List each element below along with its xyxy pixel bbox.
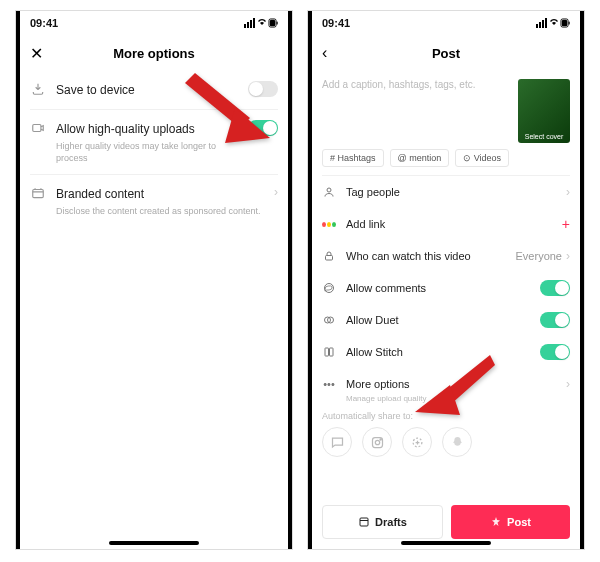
row-add-link[interactable]: Add link + [322,208,570,240]
row-allow-stitch[interactable]: Allow Stitch [322,336,570,368]
svg-rect-5 [270,20,275,26]
download-icon [30,81,46,97]
more-icon: ••• [322,377,336,391]
caption-field[interactable]: Add a caption, hashtags, tags, etc. [322,79,510,143]
duet-toggle[interactable] [540,312,570,328]
row-who-can-watch[interactable]: Who can watch this video Everyone › [322,240,570,272]
chips-row: # Hashtags @ mention ⊙ Videos [322,149,570,175]
svg-rect-1 [247,22,249,28]
share-target-icon[interactable] [402,427,432,457]
link-label: Add link [346,218,552,230]
svg-rect-6 [277,22,278,25]
who-value: Everyone [516,250,562,262]
svg-rect-9 [536,24,538,28]
status-icons [536,18,570,28]
comment-icon [322,281,336,295]
chevron-right-icon: › [566,249,570,263]
cover-label: Select cover [525,133,564,143]
svg-rect-17 [326,256,333,261]
share-snapchat-icon[interactable] [442,427,472,457]
screen-post: 09:41 ‹ Post Add a caption, hashtags, ta… [307,10,585,550]
row-tag-people[interactable]: Tag people › [322,176,570,208]
svg-rect-7 [33,125,41,132]
status-icons [244,18,278,28]
more-label: More options [346,378,556,390]
drafts-label: Drafts [375,516,407,528]
branded-icon [30,185,46,201]
person-icon [322,185,336,199]
status-time: 09:41 [30,17,58,29]
svg-rect-14 [562,20,567,26]
save-label: Save to device [56,81,238,99]
video-quality-icon [30,120,46,136]
chip-mention[interactable]: @ mention [390,149,450,167]
row-branded-content[interactable]: Branded content Disclose the content cre… [30,175,278,227]
hq-toggle[interactable] [248,120,278,136]
device-frame [580,11,584,550]
svg-rect-3 [253,18,255,28]
cover-thumbnail[interactable]: Select cover [518,79,570,143]
back-icon[interactable]: ‹ [322,44,327,62]
post-label: Post [507,516,531,528]
chevron-right-icon: › [566,185,570,199]
chip-videos[interactable]: ⊙ Videos [455,149,509,167]
svg-rect-8 [33,190,44,198]
share-message-icon[interactable] [322,427,352,457]
navbar: ‹ Post [308,35,584,71]
post-button[interactable]: Post [451,505,570,539]
comments-toggle[interactable] [540,280,570,296]
branded-sub: Disclose the content created as sponsore… [56,205,264,217]
share-label: Automatically share to: [322,411,570,421]
svg-rect-27 [360,518,368,526]
svg-rect-15 [569,22,570,25]
save-toggle[interactable] [248,81,278,97]
branded-label: Branded content [56,185,264,203]
hq-sub: Higher quality videos may take longer to… [56,140,238,164]
share-row [322,427,570,457]
share-instagram-icon[interactable] [362,427,392,457]
svg-point-25 [380,438,381,439]
svg-rect-22 [330,348,334,356]
comments-label: Allow comments [346,282,530,294]
svg-rect-11 [542,20,544,28]
stitch-label: Allow Stitch [346,346,530,358]
chevron-right-icon: › [274,185,278,199]
stitch-toggle[interactable] [540,344,570,360]
close-icon[interactable]: ✕ [30,44,43,63]
svg-point-24 [375,440,379,444]
device-frame [288,11,292,550]
lock-icon [322,249,336,263]
duet-icon [322,313,336,327]
screen-more-options: 09:41 ✕ More options Save to device [15,10,293,550]
svg-rect-10 [539,22,541,28]
status-time: 09:41 [322,17,350,29]
home-indicator [109,541,199,545]
status-bar: 09:41 [16,11,292,35]
row-allow-comments[interactable]: Allow comments [322,272,570,304]
navbar: ✕ More options [16,35,292,71]
row-allow-duet[interactable]: Allow Duet [322,304,570,336]
more-sub: Manage upload quality [346,394,570,403]
drafts-button[interactable]: Drafts [322,505,443,539]
svg-rect-2 [250,20,252,28]
row-save-to-device[interactable]: Save to device [30,71,278,109]
row-hq-uploads[interactable]: Allow high-quality uploads Higher qualit… [30,110,278,174]
hq-label: Allow high-quality uploads [56,120,238,138]
svg-point-16 [327,188,331,192]
svg-rect-0 [244,24,246,28]
tag-label: Tag people [346,186,556,198]
stitch-icon [322,345,336,359]
chip-hashtags[interactable]: # Hashtags [322,149,384,167]
home-indicator [401,541,491,545]
page-title: More options [113,46,195,61]
svg-rect-12 [545,18,547,28]
plus-icon: + [562,216,570,232]
caption-area: Add a caption, hashtags, tags, etc. Sele… [322,71,570,149]
device-frame [308,11,312,550]
status-bar: 09:41 [308,11,584,35]
duet-label: Allow Duet [346,314,530,326]
link-icon [322,217,336,231]
svg-rect-21 [325,348,329,356]
device-frame [16,11,20,550]
who-label: Who can watch this video [346,250,506,262]
